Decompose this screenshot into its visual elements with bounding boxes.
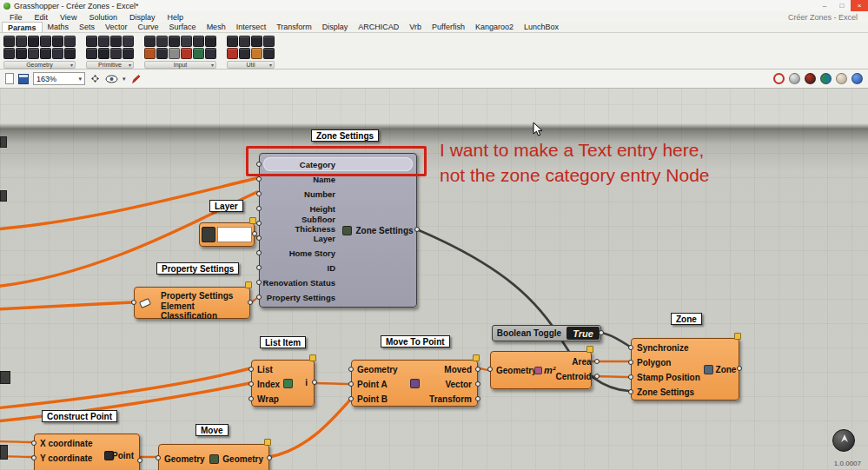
menu-item[interactable]: File <box>3 13 29 22</box>
list-item-node[interactable]: List Index Wrap i <box>251 360 315 407</box>
component-icon[interactable] <box>263 36 275 47</box>
param-row[interactable]: Renovation Status <box>260 275 340 290</box>
param-row[interactable]: Polygon <box>632 355 701 370</box>
group-label[interactable]: Primitive▾ <box>86 61 134 69</box>
menu-item[interactable]: Display <box>123 13 162 22</box>
ribbon-tab[interactable]: Params <box>2 22 43 32</box>
output-port[interactable] <box>252 231 257 236</box>
ribbon-tab[interactable]: Mesh <box>202 22 231 32</box>
output-port[interactable] <box>248 300 253 305</box>
area-node[interactable]: Geometry m² Area Centroid <box>490 351 592 389</box>
component-icon[interactable] <box>40 36 51 47</box>
input-port[interactable] <box>348 396 354 401</box>
component-icon[interactable] <box>227 36 238 47</box>
component-icon[interactable] <box>169 36 180 47</box>
component-icon[interactable] <box>251 48 262 59</box>
component-icon[interactable] <box>181 48 192 59</box>
param-row[interactable]: Layer <box>260 231 340 246</box>
wire[interactable] <box>315 383 350 384</box>
warning-badge[interactable] <box>734 333 741 340</box>
group-label[interactable]: Geometry▾ <box>3 61 76 69</box>
output-port[interactable] <box>414 227 420 232</box>
zoom-extents-icon[interactable] <box>89 73 101 84</box>
preview-eye-icon[interactable] <box>105 75 118 83</box>
component-icon[interactable] <box>193 36 204 47</box>
warning-badge[interactable] <box>249 217 256 224</box>
param-row[interactable]: Stamp Position <box>632 370 701 385</box>
component-icon[interactable] <box>98 36 109 47</box>
component-icon[interactable] <box>110 36 122 47</box>
input-port[interactable] <box>248 396 254 401</box>
ribbon-tab[interactable]: Display <box>317 22 354 32</box>
wire[interactable] <box>0 302 132 309</box>
input-port[interactable] <box>348 367 354 372</box>
param-row[interactable]: ID <box>260 261 340 275</box>
minimize-button[interactable]: – <box>816 0 833 11</box>
zone-settings-tag[interactable]: Zone Settings <box>311 129 379 142</box>
output-port[interactable] <box>475 367 480 372</box>
input-port[interactable] <box>31 440 36 446</box>
component-icon[interactable] <box>3 36 15 47</box>
param-row[interactable]: Number <box>260 187 340 202</box>
output-port[interactable] <box>737 366 742 371</box>
offscreen-node-stub[interactable] <box>0 190 7 202</box>
input-port[interactable] <box>156 455 161 460</box>
param-row[interactable]: Geometry Geometry <box>159 445 268 470</box>
component-icon[interactable] <box>263 48 275 59</box>
output-port[interactable] <box>599 330 604 335</box>
param-row[interactable]: Subfloor Thickness <box>260 216 340 231</box>
warning-badge[interactable] <box>264 439 271 446</box>
param-row[interactable]: X coordinate <box>35 436 99 451</box>
component-icon[interactable] <box>52 36 63 47</box>
ribbon-tab[interactable]: Surface <box>164 22 202 32</box>
offscreen-node-stub[interactable] <box>0 371 10 384</box>
wire[interactable] <box>601 333 630 347</box>
input-port[interactable] <box>248 381 254 387</box>
wire[interactable] <box>0 441 33 442</box>
menu-item[interactable]: View <box>54 13 83 22</box>
ribbon-tab[interactable]: Sets <box>74 22 100 32</box>
display-blue-icon[interactable] <box>851 73 863 84</box>
warning-badge[interactable] <box>245 281 252 288</box>
offscreen-node-stub[interactable] <box>0 445 8 460</box>
input-port[interactable] <box>256 235 262 241</box>
param-row[interactable]: Point B Transform <box>352 392 477 407</box>
canvas-compass[interactable] <box>832 429 855 452</box>
input-port[interactable] <box>628 374 633 380</box>
new-document-icon[interactable] <box>5 73 14 84</box>
input-port[interactable] <box>628 345 633 350</box>
input-port[interactable] <box>256 280 262 285</box>
component-icon[interactable] <box>110 48 122 59</box>
ribbon-tab[interactable]: Vrb <box>404 22 427 32</box>
input-port[interactable] <box>628 389 633 394</box>
component-icon[interactable] <box>156 36 168 47</box>
input-port[interactable] <box>628 360 633 365</box>
property-settings-tag[interactable]: Property Settings <box>156 262 239 275</box>
display-neutral-icon[interactable] <box>836 73 847 84</box>
component-icon[interactable] <box>98 48 109 59</box>
param-row[interactable]: Area <box>555 354 595 369</box>
component-icon[interactable] <box>3 48 15 59</box>
zoom-level-select[interactable]: 163% ▾ <box>33 72 85 85</box>
component-icon[interactable] <box>239 36 250 47</box>
annotation-rectangle[interactable] <box>246 146 427 176</box>
list-item-tag[interactable]: List Item <box>260 336 306 348</box>
component-icon[interactable] <box>16 48 27 59</box>
ribbon-tab[interactable]: Intersect <box>231 22 272 32</box>
input-port[interactable] <box>256 206 262 211</box>
zone-node[interactable]: Synchronize Polygon Stamp Position Zone … <box>631 338 739 400</box>
output-port[interactable] <box>475 381 480 387</box>
component-icon[interactable] <box>123 36 134 47</box>
ribbon-tab[interactable]: LunchBox <box>519 22 564 32</box>
input-port[interactable] <box>256 295 262 300</box>
boolean-toggle-node[interactable]: Boolean Toggle True <box>492 325 601 341</box>
component-icon[interactable] <box>64 48 76 59</box>
offscreen-node-stub[interactable] <box>0 136 7 148</box>
input-port[interactable] <box>31 455 36 460</box>
construct-point-tag[interactable]: Construct Point <box>42 410 117 422</box>
input-port[interactable] <box>256 250 262 255</box>
display-shaded-icon[interactable] <box>789 73 800 84</box>
input-port[interactable] <box>131 300 136 305</box>
annotation-text[interactable]: I want to make a Text entry here, not th… <box>440 137 710 188</box>
param-row[interactable]: List <box>252 362 287 377</box>
